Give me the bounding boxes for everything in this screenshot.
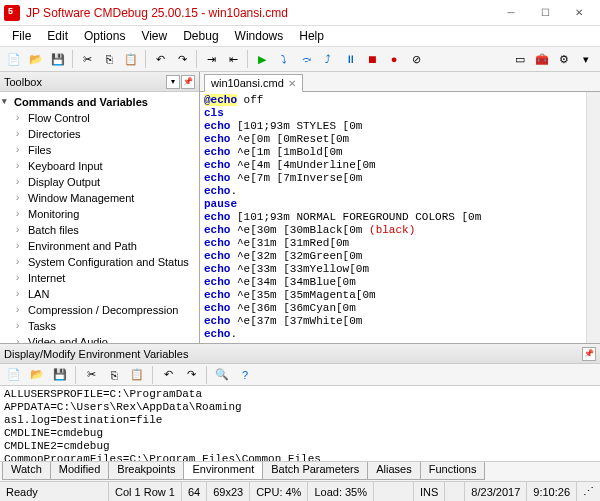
status-pos: Col 1 Row 1 bbox=[109, 482, 182, 501]
status-size: 69x23 bbox=[207, 482, 250, 501]
record-icon[interactable]: ● bbox=[384, 49, 404, 69]
env-help-icon[interactable]: ? bbox=[235, 365, 255, 385]
status-load: Load: 35% bbox=[308, 482, 374, 501]
env-panel-header: Display/Modify Environment Variables 📌 bbox=[0, 344, 600, 364]
toolbox-icon[interactable]: 🧰 bbox=[532, 49, 552, 69]
tree-item[interactable]: LAN bbox=[2, 286, 197, 302]
close-button[interactable]: ✕ bbox=[562, 1, 596, 25]
tree-item[interactable]: Window Management bbox=[2, 190, 197, 206]
step-over-icon[interactable]: ⤼ bbox=[296, 49, 316, 69]
resize-grip-icon[interactable]: ⋰ bbox=[577, 482, 600, 501]
status-time: 9:10:26 bbox=[527, 482, 577, 501]
tree-item[interactable]: Video and Audio bbox=[2, 334, 197, 343]
tree-item[interactable]: Directories bbox=[2, 126, 197, 142]
menu-debug[interactable]: Debug bbox=[175, 27, 226, 45]
open-icon[interactable]: 📂 bbox=[26, 49, 46, 69]
code-editor[interactable]: @echo offclsecho [101;93m STYLES [0mecho… bbox=[200, 92, 586, 343]
app-icon bbox=[4, 5, 20, 21]
env-tab[interactable]: Modified bbox=[50, 462, 110, 480]
menu-view[interactable]: View bbox=[133, 27, 175, 45]
env-cut-icon[interactable]: ✂ bbox=[81, 365, 101, 385]
env-text-area[interactable]: ALLUSERSPROFILE=C:\ProgramDataAPPDATA=C:… bbox=[0, 386, 600, 461]
menu-bar: File Edit Options View Debug Windows Hel… bbox=[0, 26, 600, 46]
step-into-icon[interactable]: ⤵ bbox=[274, 49, 294, 69]
editor-area: win10ansi.cmd ✕ @echo offclsecho [101;93… bbox=[200, 72, 600, 343]
env-toolbar: 📄 📂 💾 ✂ ⎘ 📋 ↶ ↷ 🔍 ? bbox=[0, 364, 600, 386]
tree-item[interactable]: Display Output bbox=[2, 174, 197, 190]
breakpoint-icon[interactable]: ⊘ bbox=[406, 49, 426, 69]
toolbox-header: Toolbox ▾ 📌 bbox=[0, 72, 199, 92]
tree-item[interactable]: Internet bbox=[2, 270, 197, 286]
env-undo-icon[interactable]: ↶ bbox=[158, 365, 178, 385]
tree-item[interactable]: Monitoring bbox=[2, 206, 197, 222]
stop-icon[interactable]: ⏹ bbox=[362, 49, 382, 69]
env-new-icon[interactable]: 📄 bbox=[4, 365, 24, 385]
env-save-icon[interactable]: 💾 bbox=[50, 365, 70, 385]
maximize-button[interactable]: ☐ bbox=[528, 1, 562, 25]
copy-icon[interactable]: ⎘ bbox=[99, 49, 119, 69]
redo-icon[interactable]: ↷ bbox=[172, 49, 192, 69]
status-ready: Ready bbox=[0, 482, 109, 501]
dropdown-icon[interactable]: ▾ bbox=[576, 49, 596, 69]
tree-item[interactable]: Batch files bbox=[2, 222, 197, 238]
file-tab[interactable]: win10ansi.cmd ✕ bbox=[204, 74, 303, 92]
main-toolbar: 📄 📂 💾 ✂ ⎘ 📋 ↶ ↷ ⇥ ⇤ ▶ ⤵ ⤼ ⤴ ⏸ ⏹ ● ⊘ ▭ 🧰 … bbox=[0, 46, 600, 72]
run-icon[interactable]: ▶ bbox=[252, 49, 272, 69]
pause-icon[interactable]: ⏸ bbox=[340, 49, 360, 69]
env-tab[interactable]: Watch bbox=[2, 462, 51, 480]
window-icon[interactable]: ▭ bbox=[510, 49, 530, 69]
env-panel-title: Display/Modify Environment Variables bbox=[4, 348, 582, 360]
status-cpu: CPU: 4% bbox=[250, 482, 308, 501]
cut-icon[interactable]: ✂ bbox=[77, 49, 97, 69]
editor-scrollbar[interactable] bbox=[586, 92, 600, 343]
env-tabs: WatchModifiedBreakpointsEnvironmentBatch… bbox=[0, 461, 600, 481]
panel-pin-icon[interactable]: 📌 bbox=[181, 75, 195, 89]
tree-item[interactable]: Flow Control bbox=[2, 110, 197, 126]
window-title: JP Software CMDebug 25.00.15 - win10ansi… bbox=[26, 6, 494, 20]
env-tab[interactable]: Functions bbox=[420, 462, 486, 480]
status-date: 8/23/2017 bbox=[465, 482, 527, 501]
menu-file[interactable]: File bbox=[4, 27, 39, 45]
menu-edit[interactable]: Edit bbox=[39, 27, 76, 45]
options-icon[interactable]: ⚙ bbox=[554, 49, 574, 69]
env-copy-icon[interactable]: ⎘ bbox=[104, 365, 124, 385]
tree-item[interactable]: System Configuration and Status bbox=[2, 254, 197, 270]
env-open-icon[interactable]: 📂 bbox=[27, 365, 47, 385]
env-tab[interactable]: Aliases bbox=[367, 462, 420, 480]
env-panel-pin-icon[interactable]: 📌 bbox=[582, 347, 596, 361]
tab-label: win10ansi.cmd bbox=[211, 77, 284, 89]
env-redo-icon[interactable]: ↷ bbox=[181, 365, 201, 385]
tree-item[interactable]: Compression / Decompression bbox=[2, 302, 197, 318]
title-bar: JP Software CMDebug 25.00.15 - win10ansi… bbox=[0, 0, 600, 26]
env-tab[interactable]: Environment bbox=[183, 462, 263, 480]
new-icon[interactable]: 📄 bbox=[4, 49, 24, 69]
undo-icon[interactable]: ↶ bbox=[150, 49, 170, 69]
menu-options[interactable]: Options bbox=[76, 27, 133, 45]
outdent-icon[interactable]: ⇤ bbox=[223, 49, 243, 69]
panel-dropdown-icon[interactable]: ▾ bbox=[166, 75, 180, 89]
env-paste-icon[interactable]: 📋 bbox=[127, 365, 147, 385]
env-tab[interactable]: Batch Parameters bbox=[262, 462, 368, 480]
status-ins: INS bbox=[414, 482, 445, 501]
toolbox-tree[interactable]: Commands and Variables Flow ControlDirec… bbox=[0, 92, 199, 343]
menu-windows[interactable]: Windows bbox=[227, 27, 292, 45]
env-find-icon[interactable]: 🔍 bbox=[212, 365, 232, 385]
indent-icon[interactable]: ⇥ bbox=[201, 49, 221, 69]
step-out-icon[interactable]: ⤴ bbox=[318, 49, 338, 69]
minimize-button[interactable]: ─ bbox=[494, 1, 528, 25]
tab-close-icon[interactable]: ✕ bbox=[288, 78, 296, 89]
save-icon[interactable]: 💾 bbox=[48, 49, 68, 69]
menu-help[interactable]: Help bbox=[291, 27, 332, 45]
tree-item[interactable]: Tasks bbox=[2, 318, 197, 334]
toolbox-panel: Toolbox ▾ 📌 Commands and Variables Flow … bbox=[0, 72, 200, 343]
tab-strip: win10ansi.cmd ✕ bbox=[200, 72, 600, 92]
toolbox-title: Toolbox bbox=[4, 76, 166, 88]
status-count: 64 bbox=[182, 482, 207, 501]
tree-root[interactable]: Commands and Variables bbox=[2, 94, 197, 110]
tree-item[interactable]: Keyboard Input bbox=[2, 158, 197, 174]
status-bar: Ready Col 1 Row 1 64 69x23 CPU: 4% Load:… bbox=[0, 481, 600, 501]
paste-icon[interactable]: 📋 bbox=[121, 49, 141, 69]
tree-item[interactable]: Files bbox=[2, 142, 197, 158]
env-tab[interactable]: Breakpoints bbox=[108, 462, 184, 480]
tree-item[interactable]: Environment and Path bbox=[2, 238, 197, 254]
